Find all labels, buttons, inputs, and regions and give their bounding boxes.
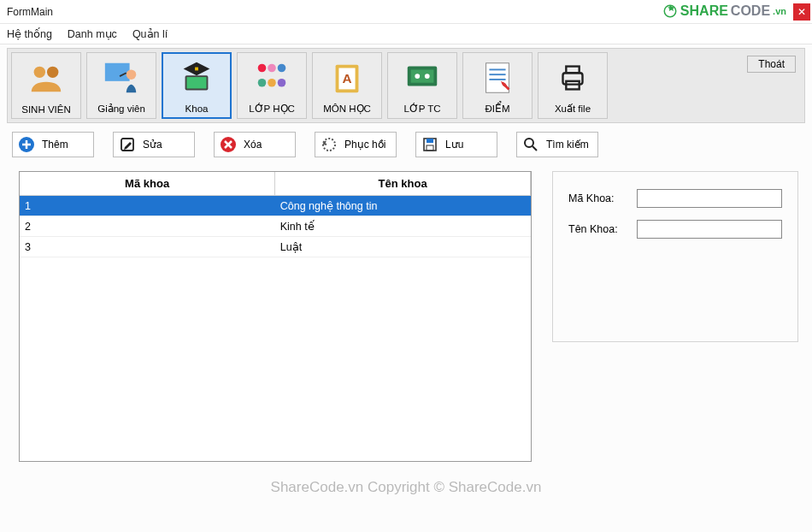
ribbon-printer[interactable]: Xuất file: [538, 52, 608, 119]
ribbon-students[interactable]: SINH VIÊN: [11, 52, 81, 119]
ribbon-label: MÔN HỌC: [323, 103, 371, 115]
svg-rect-8: [195, 68, 198, 71]
printer-icon: [553, 53, 592, 103]
col-ma-khoa[interactable]: Mã khoa: [20, 172, 275, 196]
data-grid[interactable]: Mã khoa Tên khoa 1Công nghệ thông tin2Ki…: [19, 171, 532, 462]
svg-text:A: A: [342, 71, 351, 86]
action-label: Xóa: [244, 139, 262, 151]
cell-ten: Kinh tế: [275, 216, 531, 237]
field-input-0[interactable]: [637, 189, 782, 208]
action-label: Tìm kiếm: [546, 139, 589, 151]
plus-icon: [18, 136, 35, 153]
menu-category[interactable]: Danh mục: [68, 27, 117, 40]
svg-point-12: [258, 79, 267, 87]
detail-form: Mã Khoa:Tên Khoa:: [552, 171, 798, 342]
action-plus[interactable]: Thêm: [12, 132, 94, 157]
svg-rect-27: [566, 67, 579, 74]
field-label-1: Tên Khoa:: [568, 223, 637, 235]
book-icon: A: [327, 53, 367, 103]
ribbon-book[interactable]: AMÔN HỌC: [312, 52, 382, 119]
cell-ma: 2: [20, 216, 275, 237]
ribbon-label: LỚP HỌC: [249, 103, 295, 115]
board-icon: [403, 53, 442, 103]
ribbon-label: Giảng viên: [97, 103, 145, 115]
svg-point-10: [268, 64, 276, 73]
action-label: Phục hồi: [344, 139, 385, 151]
scoresheet-icon: [478, 53, 517, 103]
field-input-1[interactable]: [637, 220, 782, 239]
action-search[interactable]: Tìm kiếm: [516, 132, 598, 157]
cell-ten: Công nghệ thông tin: [275, 196, 531, 216]
svg-line-37: [533, 146, 537, 151]
action-bar: ThêmSửaXóaPhục hồiLưuTìm kiếm: [0, 128, 812, 166]
menubar: Hệ thống Danh mục Quản lí: [0, 24, 812, 44]
exit-button[interactable]: Thoát: [747, 56, 796, 73]
menu-manage[interactable]: Quản lí: [132, 27, 168, 40]
class-icon: [252, 53, 291, 103]
action-edit[interactable]: Sửa: [113, 132, 195, 157]
close-button[interactable]: ✕: [793, 3, 810, 21]
action-restore[interactable]: Phục hồi: [315, 132, 397, 157]
ribbon-label: SINH VIÊN: [21, 104, 71, 115]
ribbon-scoresheet[interactable]: ĐIỂM: [462, 52, 533, 119]
ribbon-label: LỚP TC: [403, 103, 440, 115]
ribbon-board[interactable]: LỚP TC: [387, 52, 457, 119]
search-icon: [522, 136, 539, 153]
svg-point-11: [278, 64, 286, 73]
svg-rect-34: [427, 139, 433, 143]
restore-icon: [321, 136, 338, 153]
svg-point-14: [278, 79, 286, 87]
ribbon-label: Xuất file: [555, 103, 591, 115]
ribbon-label: Khoa: [185, 103, 209, 114]
graduation-icon: [177, 54, 216, 103]
action-label: Lưu: [445, 139, 463, 151]
ribbon-teacher[interactable]: Giảng viên: [86, 52, 156, 119]
svg-point-9: [258, 64, 267, 73]
action-label: Thêm: [42, 139, 68, 151]
svg-point-21: [425, 74, 430, 79]
footer-watermark: ShareCode.vn Copyright © ShareCode.vn: [0, 479, 812, 496]
svg-rect-35: [427, 145, 433, 151]
action-label: Sửa: [143, 139, 162, 151]
save-icon: [421, 136, 438, 153]
window-title: FormMain: [7, 6, 53, 18]
svg-point-36: [525, 139, 533, 147]
remove-icon: [220, 136, 237, 153]
ribbon-label: ĐIỂM: [485, 103, 509, 115]
cell-ma: 1: [20, 196, 275, 216]
cell-ma: 3: [20, 237, 275, 257]
ribbon-class[interactable]: LỚP HỌC: [237, 52, 307, 119]
action-save[interactable]: Lưu: [415, 132, 497, 157]
svg-point-1: [34, 67, 45, 78]
students-icon: [26, 53, 66, 104]
menu-system[interactable]: Hệ thống: [7, 27, 52, 40]
table-row[interactable]: 3Luật: [20, 237, 531, 257]
cell-ten: Luật: [275, 237, 531, 257]
svg-point-20: [415, 74, 420, 79]
svg-point-2: [47, 67, 58, 78]
svg-rect-19: [411, 69, 434, 82]
svg-rect-22: [486, 63, 509, 93]
col-ten-khoa[interactable]: Tên khoa: [275, 172, 531, 196]
action-remove[interactable]: Xóa: [214, 132, 296, 157]
edit-icon: [119, 136, 136, 153]
teacher-icon: [102, 53, 141, 103]
svg-point-13: [268, 79, 276, 87]
svg-rect-3: [105, 63, 130, 81]
ribbon-toolbar: SINH VIÊNGiảng viênKhoaLỚP HỌCAMÔN HỌCLỚ…: [7, 48, 805, 123]
table-row[interactable]: 1Công nghệ thông tin: [20, 196, 531, 216]
field-label-0: Mã Khoa:: [568, 192, 637, 204]
table-row[interactable]: 2Kinh tế: [20, 216, 531, 237]
ribbon-graduation[interactable]: Khoa: [162, 52, 232, 119]
svg-rect-7: [187, 77, 207, 88]
svg-point-4: [127, 69, 137, 80]
